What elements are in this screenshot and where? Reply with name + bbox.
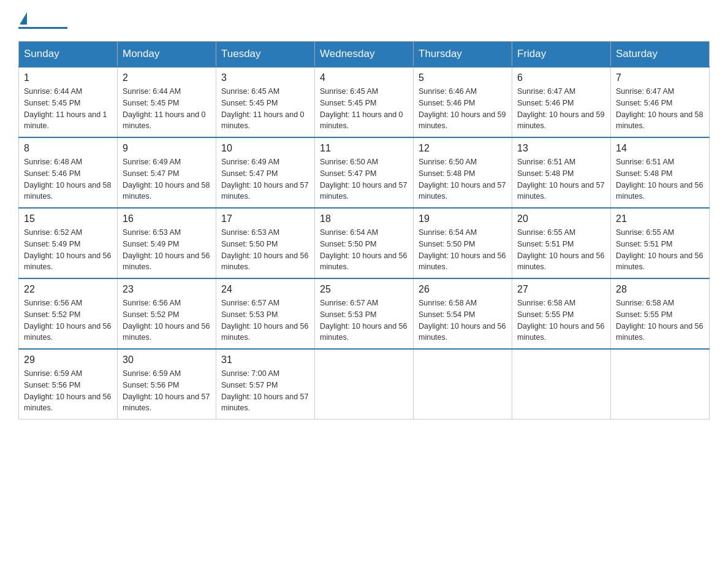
- calendar-cell: 6 Sunrise: 6:47 AM Sunset: 5:46 PM Dayli…: [512, 67, 611, 137]
- day-info: Sunrise: 6:59 AM Sunset: 5:56 PM Dayligh…: [123, 368, 211, 414]
- day-info: Sunrise: 6:56 AM Sunset: 5:52 PM Dayligh…: [123, 297, 211, 343]
- day-number: 17: [221, 213, 309, 224]
- day-number: 16: [123, 213, 211, 224]
- calendar-cell: 9 Sunrise: 6:49 AM Sunset: 5:47 PM Dayli…: [118, 137, 216, 208]
- day-number: 20: [517, 213, 605, 224]
- day-info: Sunrise: 6:49 AM Sunset: 5:47 PM Dayligh…: [221, 156, 309, 202]
- calendar-cell: 1 Sunrise: 6:44 AM Sunset: 5:45 PM Dayli…: [19, 67, 118, 137]
- day-number: 21: [616, 213, 704, 224]
- calendar-cell: 31 Sunrise: 7:00 AM Sunset: 5:57 PM Dayl…: [216, 349, 315, 419]
- day-number: 28: [616, 284, 704, 295]
- day-info: Sunrise: 6:57 AM Sunset: 5:53 PM Dayligh…: [221, 297, 309, 343]
- day-info: Sunrise: 6:48 AM Sunset: 5:46 PM Dayligh…: [24, 156, 112, 202]
- day-number: 12: [419, 143, 507, 154]
- calendar-week-row: 29 Sunrise: 6:59 AM Sunset: 5:56 PM Dayl…: [19, 349, 710, 419]
- day-number: 9: [123, 143, 211, 154]
- logo-triangle-icon: [20, 12, 27, 25]
- day-info: Sunrise: 6:56 AM Sunset: 5:52 PM Dayligh…: [24, 297, 112, 343]
- day-info: Sunrise: 6:52 AM Sunset: 5:49 PM Dayligh…: [24, 227, 112, 273]
- calendar-week-row: 8 Sunrise: 6:48 AM Sunset: 5:46 PM Dayli…: [19, 137, 710, 208]
- calendar-cell: 26 Sunrise: 6:58 AM Sunset: 5:54 PM Dayl…: [414, 278, 512, 349]
- day-number: 31: [221, 354, 309, 366]
- logo: [18, 12, 67, 26]
- col-thursday: Thursday: [414, 42, 512, 67]
- day-number: 7: [616, 72, 704, 83]
- day-info: Sunrise: 6:54 AM Sunset: 5:50 PM Dayligh…: [320, 227, 408, 273]
- calendar-cell: [414, 349, 512, 419]
- day-number: 24: [221, 284, 309, 295]
- day-number: 13: [517, 143, 605, 154]
- calendar-cell: 7 Sunrise: 6:47 AM Sunset: 5:46 PM Dayli…: [611, 67, 710, 137]
- calendar-cell: 23 Sunrise: 6:56 AM Sunset: 5:52 PM Dayl…: [118, 278, 216, 349]
- calendar-cell: 20 Sunrise: 6:55 AM Sunset: 5:51 PM Dayl…: [512, 208, 611, 278]
- calendar-cell: [512, 349, 611, 419]
- day-number: 23: [123, 284, 211, 295]
- day-info: Sunrise: 6:57 AM Sunset: 5:53 PM Dayligh…: [320, 297, 408, 343]
- calendar-cell: 29 Sunrise: 6:59 AM Sunset: 5:56 PM Dayl…: [19, 349, 118, 419]
- col-monday: Monday: [118, 42, 216, 67]
- col-tuesday: Tuesday: [216, 42, 315, 67]
- day-info: Sunrise: 6:47 AM Sunset: 5:46 PM Dayligh…: [616, 86, 704, 132]
- calendar-cell: 4 Sunrise: 6:45 AM Sunset: 5:45 PM Dayli…: [315, 67, 414, 137]
- day-number: 4: [320, 72, 408, 83]
- day-info: Sunrise: 6:55 AM Sunset: 5:51 PM Dayligh…: [616, 227, 704, 273]
- calendar-cell: 5 Sunrise: 6:46 AM Sunset: 5:46 PM Dayli…: [414, 67, 512, 137]
- calendar-cell: 24 Sunrise: 6:57 AM Sunset: 5:53 PM Dayl…: [216, 278, 315, 349]
- calendar-cell: 17 Sunrise: 6:53 AM Sunset: 5:50 PM Dayl…: [216, 208, 315, 278]
- calendar-cell: 3 Sunrise: 6:45 AM Sunset: 5:45 PM Dayli…: [216, 67, 315, 137]
- day-info: Sunrise: 6:53 AM Sunset: 5:50 PM Dayligh…: [221, 227, 309, 273]
- day-info: Sunrise: 6:58 AM Sunset: 5:55 PM Dayligh…: [517, 297, 605, 343]
- logo-underline: [18, 27, 67, 29]
- day-info: Sunrise: 6:44 AM Sunset: 5:45 PM Dayligh…: [24, 86, 112, 132]
- day-number: 10: [221, 143, 309, 154]
- day-info: Sunrise: 6:49 AM Sunset: 5:47 PM Dayligh…: [123, 156, 211, 202]
- col-sunday: Sunday: [19, 42, 118, 67]
- day-info: Sunrise: 6:58 AM Sunset: 5:54 PM Dayligh…: [419, 297, 507, 343]
- calendar-header-row: Sunday Monday Tuesday Wednesday Thursday…: [19, 42, 710, 67]
- calendar-cell: [611, 349, 710, 419]
- day-info: Sunrise: 6:45 AM Sunset: 5:45 PM Dayligh…: [320, 86, 408, 132]
- day-info: Sunrise: 6:45 AM Sunset: 5:45 PM Dayligh…: [221, 86, 309, 132]
- col-wednesday: Wednesday: [315, 42, 414, 67]
- page-header: [18, 12, 710, 29]
- day-info: Sunrise: 6:47 AM Sunset: 5:46 PM Dayligh…: [517, 86, 605, 132]
- calendar-cell: 25 Sunrise: 6:57 AM Sunset: 5:53 PM Dayl…: [315, 278, 414, 349]
- day-number: 27: [517, 284, 605, 295]
- calendar-table: Sunday Monday Tuesday Wednesday Thursday…: [18, 41, 710, 419]
- day-info: Sunrise: 6:50 AM Sunset: 5:47 PM Dayligh…: [320, 156, 408, 202]
- day-info: Sunrise: 6:55 AM Sunset: 5:51 PM Dayligh…: [517, 227, 605, 273]
- calendar-cell: 8 Sunrise: 6:48 AM Sunset: 5:46 PM Dayli…: [19, 137, 118, 208]
- day-info: Sunrise: 6:59 AM Sunset: 5:56 PM Dayligh…: [24, 368, 112, 414]
- day-info: Sunrise: 6:50 AM Sunset: 5:48 PM Dayligh…: [419, 156, 507, 202]
- calendar-cell: 22 Sunrise: 6:56 AM Sunset: 5:52 PM Dayl…: [19, 278, 118, 349]
- day-number: 25: [320, 284, 408, 295]
- day-number: 6: [517, 72, 605, 83]
- calendar-week-row: 1 Sunrise: 6:44 AM Sunset: 5:45 PM Dayli…: [19, 67, 710, 137]
- calendar-cell: 30 Sunrise: 6:59 AM Sunset: 5:56 PM Dayl…: [118, 349, 216, 419]
- day-number: 14: [616, 143, 704, 154]
- day-info: Sunrise: 6:58 AM Sunset: 5:55 PM Dayligh…: [616, 297, 704, 343]
- calendar-cell: 21 Sunrise: 6:55 AM Sunset: 5:51 PM Dayl…: [611, 208, 710, 278]
- day-number: 15: [24, 213, 112, 224]
- day-number: 22: [24, 284, 112, 295]
- calendar-cell: 10 Sunrise: 6:49 AM Sunset: 5:47 PM Dayl…: [216, 137, 315, 208]
- calendar-week-row: 15 Sunrise: 6:52 AM Sunset: 5:49 PM Dayl…: [19, 208, 710, 278]
- day-info: Sunrise: 6:44 AM Sunset: 5:45 PM Dayligh…: [123, 86, 211, 132]
- day-number: 26: [419, 284, 507, 295]
- calendar-cell: [315, 349, 414, 419]
- day-number: 8: [24, 143, 112, 154]
- day-number: 30: [123, 354, 211, 366]
- calendar-cell: 27 Sunrise: 6:58 AM Sunset: 5:55 PM Dayl…: [512, 278, 611, 349]
- calendar-cell: 13 Sunrise: 6:51 AM Sunset: 5:48 PM Dayl…: [512, 137, 611, 208]
- day-info: Sunrise: 6:51 AM Sunset: 5:48 PM Dayligh…: [517, 156, 605, 202]
- calendar-cell: 16 Sunrise: 6:53 AM Sunset: 5:49 PM Dayl…: [118, 208, 216, 278]
- calendar-cell: 12 Sunrise: 6:50 AM Sunset: 5:48 PM Dayl…: [414, 137, 512, 208]
- day-number: 3: [221, 72, 309, 83]
- day-number: 11: [320, 143, 408, 154]
- day-number: 1: [24, 72, 112, 83]
- logo-area: [18, 12, 67, 29]
- day-number: 2: [123, 72, 211, 83]
- col-friday: Friday: [512, 42, 611, 67]
- day-number: 29: [24, 354, 112, 366]
- day-info: Sunrise: 6:51 AM Sunset: 5:48 PM Dayligh…: [616, 156, 704, 202]
